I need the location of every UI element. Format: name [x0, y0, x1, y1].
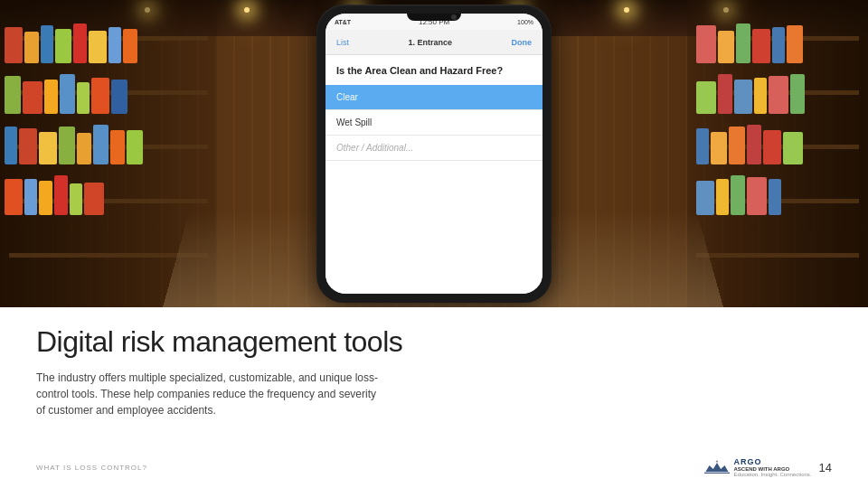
battery-indicator: 100%: [517, 19, 533, 25]
option-wet-spill[interactable]: Wet Spill: [326, 110, 542, 136]
bottom-section: Digital risk management tools The indust…: [0, 307, 868, 488]
option-other-label: Other / Additional...: [336, 143, 413, 153]
right-products: [696, 18, 863, 289]
footer-label: WHAT IS LOSS CONTROL?: [36, 464, 147, 472]
ceiling-light: [624, 7, 629, 13]
content-area: Is the Area Clean and Hazard Free? Clear…: [326, 55, 542, 294]
page-body: The industry offers multiple specialized…: [36, 370, 380, 418]
ceiling-light: [244, 7, 250, 13]
option-wet-spill-label: Wet Spill: [336, 117, 372, 127]
argo-eagle-icon: [704, 460, 730, 474]
right-shelf: [687, 0, 868, 307]
option-clear[interactable]: Clear: [326, 85, 542, 110]
page-number: 14: [819, 461, 832, 474]
phone-mockup: AT&T 12:50 PM 100% List 1. Entrance Done…: [316, 5, 552, 303]
hero-section: AT&T 12:50 PM 100% List 1. Entrance Done…: [0, 0, 868, 307]
page-title: Digital risk management tools: [36, 325, 832, 359]
question-text: Is the Area Clean and Hazard Free?: [326, 55, 542, 85]
option-list: Clear Wet Spill Other / Additional...: [326, 85, 542, 294]
carrier-label: AT&T: [335, 19, 351, 25]
argo-text-block: ARGO ASCEND WITH ARGO Education. Insight…: [733, 457, 811, 477]
nav-done-button[interactable]: Done: [511, 38, 532, 47]
option-clear-label: Clear: [336, 92, 358, 102]
argo-logo: ARGO ASCEND WITH ARGO Education. Insight…: [704, 457, 811, 477]
nav-title: 1. Entrance: [408, 38, 452, 47]
svg-marker-0: [716, 460, 719, 463]
phone-camera: [451, 14, 457, 20]
option-other[interactable]: Other / Additional...: [326, 136, 542, 161]
battery-label: 100%: [517, 19, 533, 25]
argo-brand: ARGO: [733, 457, 811, 466]
nav-back-button[interactable]: List: [336, 38, 349, 47]
argo-sub-tagline: Education. Insight. Connections.: [733, 472, 811, 477]
nav-bar: List 1. Entrance Done: [326, 30, 542, 55]
footer-bar: WHAT IS LOSS CONTROL? ARGO ASCEND WITH A…: [36, 457, 832, 477]
footer-right: ARGO ASCEND WITH ARGO Education. Insight…: [704, 457, 832, 477]
phone-screen: AT&T 12:50 PM 100% List 1. Entrance Done…: [326, 14, 542, 294]
phone-body: AT&T 12:50 PM 100% List 1. Entrance Done…: [316, 5, 552, 303]
